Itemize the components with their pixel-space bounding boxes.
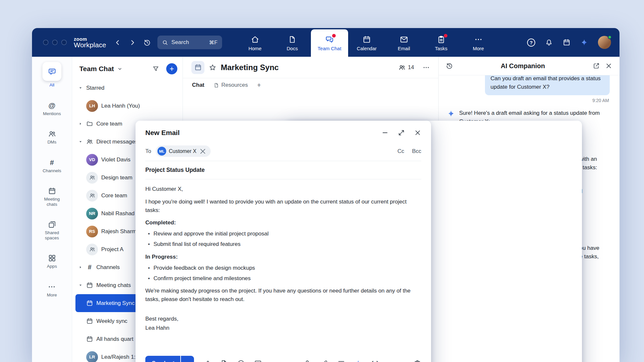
- group-avatar: [86, 190, 98, 202]
- ai-sparkle-icon: [447, 110, 455, 117]
- bcc-button[interactable]: Bcc: [412, 148, 421, 155]
- search-input[interactable]: [171, 39, 200, 46]
- global-search[interactable]: ⌘F: [157, 36, 222, 49]
- rail-mentions[interactable]: @ Mentions: [43, 101, 61, 116]
- filter-icon[interactable]: [152, 65, 159, 72]
- rail-apps[interactable]: Apps: [47, 254, 57, 269]
- expand-icon[interactable]: [398, 129, 405, 136]
- people-icon: [398, 64, 406, 71]
- logo-workplace: Workplace: [74, 41, 106, 48]
- nav-tasks[interactable]: Tasks: [423, 29, 460, 57]
- to-label: To: [145, 148, 151, 155]
- window-zoom-button[interactable]: [61, 40, 67, 45]
- notifications-icon[interactable]: [545, 38, 553, 46]
- help-icon[interactable]: ?: [527, 38, 535, 47]
- nav-more[interactable]: More: [460, 29, 497, 57]
- people-icon: [89, 246, 95, 252]
- rail-channels[interactable]: # Channels: [42, 158, 61, 173]
- subject-field[interactable]: Project Status Update: [145, 161, 421, 179]
- meeting-chats-icon: [48, 187, 56, 195]
- tab-chat[interactable]: Chat: [192, 82, 204, 88]
- close-panel-icon[interactable]: [605, 62, 612, 69]
- shared-spaces-icon: [48, 220, 56, 229]
- image-icon[interactable]: [254, 359, 262, 362]
- timestamp: 9:20 AM: [447, 98, 609, 103]
- nav-email[interactable]: Email: [385, 29, 423, 57]
- caret-right-icon[interactable]: [78, 265, 83, 270]
- rail-shared-spaces[interactable]: Shared spaces: [40, 220, 64, 240]
- sidebar-item-lea-hanh[interactable]: LH Lea Hanh (You): [75, 97, 180, 115]
- meeting-chat-icon: [86, 300, 93, 307]
- send-options-button[interactable]: [181, 356, 194, 362]
- chevron-down-icon: [185, 361, 190, 362]
- titlebar-right: ?: [527, 36, 611, 49]
- signature-icon[interactable]: [203, 359, 211, 362]
- encrypt-lock-icon[interactable]: [303, 359, 311, 362]
- email-in-progress-list: Provide feedback on the design mockups C…: [145, 264, 421, 283]
- send-split-button: Send: [145, 356, 194, 362]
- email-body[interactable]: Hi Customer X, I hope you're doing well!…: [145, 180, 421, 351]
- window-controls[interactable]: [43, 40, 67, 45]
- sidebar-title[interactable]: Team Chat: [79, 65, 114, 73]
- caret-right-icon[interactable]: [78, 121, 83, 126]
- caret-down-icon[interactable]: [78, 139, 83, 144]
- rail-more[interactable]: More: [47, 283, 57, 298]
- recipient-avatar: ML: [157, 147, 166, 156]
- caret-down-icon[interactable]: [78, 85, 83, 90]
- send-button[interactable]: Send: [145, 356, 180, 362]
- meeting-chat-tile[interactable]: [191, 61, 204, 74]
- to-field[interactable]: To ML Customer X Cc Bcc: [145, 142, 421, 161]
- profile-avatar[interactable]: [598, 36, 611, 49]
- code-snippet-button[interactable]: {x}: [371, 360, 378, 362]
- people-icon: [86, 138, 93, 145]
- caret-down-icon[interactable]: [78, 283, 83, 288]
- list-item: Submit final list of required features: [148, 240, 421, 249]
- compose-tools: GIF {x}: [203, 359, 395, 362]
- nav-home[interactable]: Home: [236, 29, 274, 57]
- rail-dms[interactable]: DMs: [47, 130, 56, 145]
- add-tab-button[interactable]: +: [257, 81, 261, 89]
- window-minimize-button[interactable]: [52, 40, 57, 45]
- remove-recipient-icon[interactable]: [199, 147, 207, 155]
- nav-docs[interactable]: Docs: [274, 29, 311, 57]
- format-icon[interactable]: [337, 359, 345, 362]
- trash-icon[interactable]: [413, 359, 421, 362]
- rail-meeting-chats[interactable]: Meeting chats: [40, 187, 64, 207]
- ai-compose-icon[interactable]: [354, 359, 362, 362]
- members-count[interactable]: 14: [398, 64, 414, 71]
- sidebar-item-starred[interactable]: Starred: [75, 79, 180, 97]
- edit-pencil-icon[interactable]: [320, 359, 328, 362]
- tab-resources[interactable]: Resources: [214, 82, 248, 88]
- sidebar-header: Team Chat +: [72, 57, 183, 79]
- new-chat-button[interactable]: +: [166, 63, 177, 74]
- minimize-icon[interactable]: [381, 129, 389, 136]
- recipient-name: Customer X: [169, 148, 196, 154]
- forward-icon[interactable]: [129, 39, 136, 46]
- rail-all[interactable]: All: [42, 62, 61, 88]
- cc-button[interactable]: Cc: [397, 148, 404, 155]
- more-tools-icon[interactable]: [388, 359, 395, 362]
- email-toolbar: Send GIF: [136, 351, 431, 362]
- email-window-actions: [381, 129, 421, 136]
- back-icon[interactable]: [114, 39, 121, 46]
- nav-team-chat[interactable]: Team Chat: [311, 29, 348, 57]
- chat-more-icon[interactable]: [423, 64, 430, 71]
- close-icon[interactable]: [414, 129, 421, 136]
- favorite-star-icon[interactable]: [209, 64, 217, 71]
- gif-button[interactable]: GIF: [271, 361, 280, 362]
- recipient-chip[interactable]: ML Customer X: [156, 145, 211, 157]
- people-icon: [89, 174, 95, 181]
- open-in-window-icon[interactable]: [593, 62, 600, 69]
- schedule-icon[interactable]: [563, 38, 571, 46]
- attach-file-icon[interactable]: [220, 359, 228, 362]
- ai-history-icon[interactable]: [446, 62, 453, 69]
- nav-calendar[interactable]: Calendar: [348, 29, 385, 57]
- chevron-down-icon[interactable]: [117, 66, 123, 72]
- history-icon[interactable]: [143, 39, 151, 46]
- window-close-button[interactable]: [43, 40, 48, 45]
- group-avatar: [86, 244, 98, 255]
- ai-companion-icon[interactable]: [580, 38, 588, 46]
- emoji-icon[interactable]: [237, 359, 245, 362]
- email-in-progress-heading: In Progress:: [145, 253, 421, 261]
- chat-title: Marketing Sync: [221, 63, 279, 72]
